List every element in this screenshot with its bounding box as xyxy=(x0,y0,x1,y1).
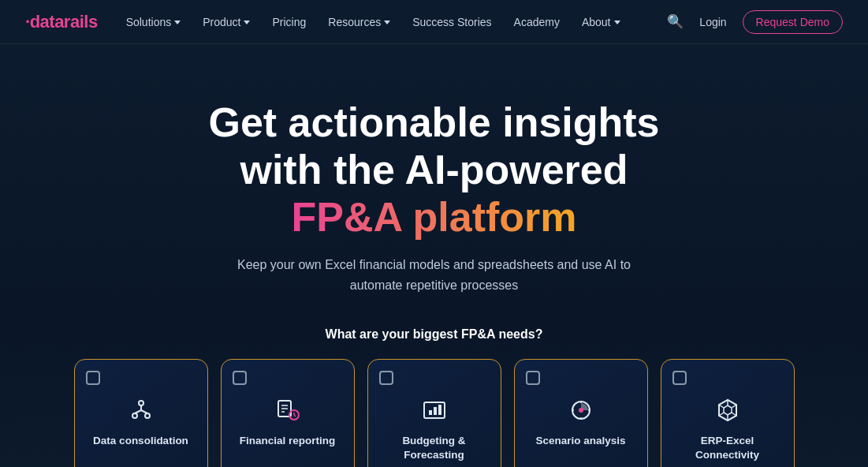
svg-point-0 xyxy=(139,401,143,405)
chevron-down-icon xyxy=(384,21,390,24)
chevron-down-icon xyxy=(614,21,620,24)
search-icon[interactable]: 🔍 xyxy=(667,13,684,30)
hero-subtext: Keep your own Excel financial models and… xyxy=(229,255,639,295)
card-checkbox[interactable] xyxy=(86,371,100,385)
consolidation-icon xyxy=(127,396,155,424)
svg-rect-15 xyxy=(434,407,437,415)
card-budgeting-forecasting[interactable]: Budgeting & Forecasting xyxy=(367,359,501,467)
svg-point-2 xyxy=(132,413,137,418)
nav-academy[interactable]: Academy xyxy=(514,16,560,28)
chevron-down-icon xyxy=(244,21,250,24)
svg-point-18 xyxy=(579,408,583,413)
card-label: Budgeting & Forecasting xyxy=(379,434,490,464)
nav-about[interactable]: About xyxy=(582,16,620,28)
card-erp-excel[interactable]: ERP-Excel Connectivity xyxy=(661,359,795,467)
card-checkbox[interactable] xyxy=(379,371,393,385)
budgeting-icon xyxy=(420,396,449,424)
logo-text: datarails xyxy=(30,12,98,32)
card-checkbox[interactable] xyxy=(233,371,247,385)
nav-resources[interactable]: Resources xyxy=(328,16,390,28)
logo[interactable]: ·datarails xyxy=(25,12,98,32)
svg-line-12 xyxy=(294,415,296,417)
nav-success-stories[interactable]: Success Stories xyxy=(412,16,491,28)
hero-accent: FP&A platform xyxy=(291,194,576,240)
erp-icon xyxy=(713,396,742,424)
svg-point-3 xyxy=(145,413,150,418)
svg-rect-14 xyxy=(429,410,432,415)
card-financial-reporting[interactable]: Financial reporting xyxy=(221,359,355,467)
reporting-icon xyxy=(274,396,302,424)
chevron-down-icon xyxy=(174,21,181,24)
svg-line-5 xyxy=(141,410,147,413)
card-label: ERP-Excel Connectivity xyxy=(672,434,783,464)
nav-pricing[interactable]: Pricing xyxy=(272,16,306,28)
card-scenario-analysis[interactable]: Scenario analysis xyxy=(514,359,648,467)
scenario-icon xyxy=(567,396,595,424)
card-data-consolidation[interactable]: Data consolidation xyxy=(74,359,208,467)
nav-product[interactable]: Product xyxy=(203,16,250,28)
card-label: Scenario analysis xyxy=(526,434,636,449)
card-checkbox[interactable] xyxy=(526,371,540,385)
navbar: ·datarails Solutions Product Pricing Res… xyxy=(0,0,868,44)
hero-heading: Get actionable insights with the AI-powe… xyxy=(158,99,710,241)
svg-rect-16 xyxy=(438,405,441,415)
login-link[interactable]: Login xyxy=(699,16,726,28)
request-demo-button[interactable]: Request Demo xyxy=(743,10,843,34)
nav-solutions[interactable]: Solutions xyxy=(126,16,181,28)
nav-right: 🔍 Login Request Demo xyxy=(667,10,843,34)
card-checkbox[interactable] xyxy=(672,371,687,385)
nav-links: Solutions Product Pricing Resources Succ… xyxy=(126,16,668,28)
fpa-needs-title: What are your biggest FP&A needs? xyxy=(32,327,836,342)
svg-line-4 xyxy=(135,410,141,413)
cards-row: Data consolidation Financial reporting xyxy=(32,359,836,467)
card-label: Financial reporting xyxy=(233,434,343,449)
card-label: Data consolidation xyxy=(86,434,196,449)
svg-marker-24 xyxy=(724,405,732,415)
hero-section: Get actionable insights with the AI-powe… xyxy=(0,44,868,467)
